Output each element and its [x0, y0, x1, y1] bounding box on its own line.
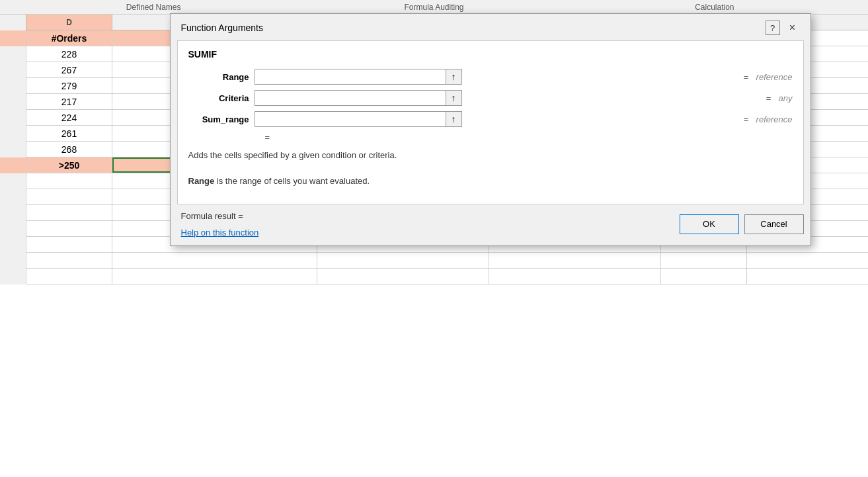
dialog-controls: ? ×	[766, 21, 800, 35]
sum-range-label: Sum_range	[188, 114, 255, 124]
param-name: Range	[188, 176, 215, 186]
sum-range-field-row: Sum_range ↑ = reference	[188, 111, 793, 127]
param-desc: is the range of cells you want evaluated…	[217, 176, 370, 186]
criteria-field-row: Criteria ↑ = any	[188, 90, 793, 106]
function-arguments-dialog: Function Arguments ? × SUMIF Range ↑ = r…	[170, 13, 811, 246]
sum-range-input-wrap: ↑	[255, 111, 736, 127]
criteria-expand-button[interactable]: ↑	[446, 90, 462, 106]
dialog-footer: Formula result = Help on this function O…	[171, 211, 810, 245]
help-on-function-link[interactable]: Help on this function	[181, 228, 259, 238]
dialog-title: Function Arguments	[181, 22, 264, 33]
range-input-wrap: ↑	[255, 69, 736, 85]
function-name-label: SUMIF	[188, 49, 793, 60]
range-equals: =	[736, 72, 756, 82]
dialog-close-button[interactable]: ×	[785, 21, 800, 35]
sum-range-value: reference	[756, 114, 793, 124]
range-value: reference	[756, 72, 793, 82]
result-equals: =	[265, 132, 793, 142]
criteria-value: any	[779, 93, 793, 103]
dialog-action-buttons: OK Cancel	[680, 214, 804, 234]
ok-button[interactable]: OK	[680, 214, 739, 234]
description-text: Adds the cells specified by a given cond…	[188, 150, 397, 160]
dialog-help-button[interactable]: ?	[766, 21, 780, 35]
dialog-overlay: Function Arguments ? × SUMIF Range ↑ = r…	[0, 0, 868, 477]
range-label: Range	[188, 72, 255, 82]
criteria-input[interactable]	[255, 90, 446, 106]
description-area: Adds the cells specified by a given cond…	[188, 149, 793, 188]
sum-range-input[interactable]	[255, 111, 446, 127]
criteria-input-wrap: ↑	[255, 90, 759, 106]
range-field-row: Range ↑ = reference	[188, 69, 793, 85]
dialog-body: SUMIF Range ↑ = reference Criteria ↑ =	[177, 40, 804, 204]
range-input[interactable]	[255, 69, 446, 85]
dialog-titlebar: Function Arguments ? ×	[171, 14, 810, 40]
criteria-label: Criteria	[188, 93, 255, 103]
criteria-equals: =	[759, 93, 779, 103]
range-expand-button[interactable]: ↑	[446, 69, 462, 85]
sum-range-expand-button[interactable]: ↑	[446, 111, 462, 127]
dialog-footer-left: Formula result = Help on this function	[177, 211, 680, 238]
cancel-button[interactable]: Cancel	[744, 214, 804, 234]
sum-range-equals: =	[736, 114, 756, 124]
formula-result-label: Formula result =	[181, 211, 680, 221]
